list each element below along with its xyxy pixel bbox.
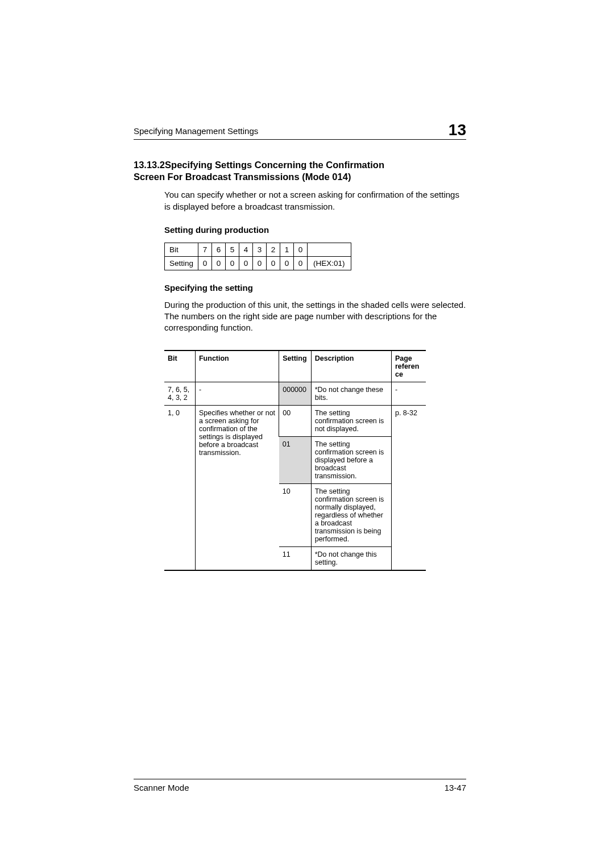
bit-cell: 7 bbox=[198, 243, 212, 256]
bit-hex bbox=[308, 243, 351, 256]
bit-cell: 0 bbox=[294, 243, 308, 256]
bit-cell: 3 bbox=[253, 243, 267, 256]
bit-cell: 0 bbox=[267, 256, 280, 270]
page: Specifying Management Settings 13 13.13.… bbox=[0, 0, 614, 571]
cell-bit: 7, 6, 5, 4, 3, 2 bbox=[164, 382, 195, 405]
cell-setting: 11 bbox=[279, 546, 311, 570]
footer-right: 13-47 bbox=[445, 783, 466, 792]
cell-bit: 1, 0 bbox=[164, 405, 195, 570]
cell-description: *Do not change this setting. bbox=[311, 546, 391, 570]
cell-description: The setting confirmation screen is not d… bbox=[311, 405, 391, 436]
function-table: Bit Function Setting Description Page re… bbox=[164, 350, 426, 571]
subheading-specifying: Specifying the setting bbox=[164, 283, 466, 293]
bit-row-label: Bit bbox=[165, 243, 198, 256]
section-heading: 13.13.2Specifying Settings Concerning th… bbox=[134, 159, 466, 182]
table-header-row: Bit Function Setting Description Page re… bbox=[164, 350, 426, 382]
bit-cell: 0 bbox=[226, 256, 239, 270]
bit-cell: 2 bbox=[267, 243, 280, 256]
bit-hex: (HEX:01) bbox=[308, 256, 351, 270]
footer-left: Scanner Mode bbox=[134, 783, 189, 792]
col-header-page: Page referen ce bbox=[391, 350, 426, 382]
running-head: Specifying Management Settings bbox=[134, 126, 258, 138]
section-title-line2: Screen For Broadcast Transmissions (Mode… bbox=[134, 172, 351, 182]
bit-cell: 0 bbox=[239, 256, 253, 270]
bit-cell: 0 bbox=[253, 256, 267, 270]
bit-cell: 0 bbox=[280, 256, 294, 270]
page-footer: Scanner Mode 13-47 bbox=[134, 779, 466, 792]
section-number: 13.13.2 bbox=[134, 160, 165, 170]
table-row: Setting 0 0 0 0 0 0 0 0 (HEX:01) bbox=[165, 256, 351, 270]
body-paragraph: During the production of this unit, the … bbox=[164, 299, 466, 334]
bit-cell: 0 bbox=[294, 256, 308, 270]
bit-cell: 4 bbox=[239, 243, 253, 256]
cell-description: The setting confirmation screen is norma… bbox=[311, 483, 391, 546]
subheading-production: Setting during production bbox=[164, 225, 466, 235]
cell-description: *Do not change these bits. bbox=[311, 382, 391, 405]
col-header-bit: Bit bbox=[164, 350, 195, 382]
bit-cell: 0 bbox=[198, 256, 212, 270]
chapter-number: 13 bbox=[449, 122, 466, 138]
table-row: 1, 0 Specifies whether or not a screen a… bbox=[164, 405, 426, 436]
cell-setting: 10 bbox=[279, 483, 311, 546]
cell-description: The setting confirmation screen is displ… bbox=[311, 436, 391, 483]
bit-row-label: Setting bbox=[165, 256, 198, 270]
col-header-setting: Setting bbox=[279, 350, 311, 382]
section-title-line1: Specifying Settings Concerning the Confi… bbox=[165, 160, 384, 170]
intro-paragraph: You can specify whether or not a screen … bbox=[164, 189, 466, 212]
cell-function: - bbox=[195, 382, 279, 405]
bit-cell: 1 bbox=[280, 243, 294, 256]
cell-setting: 000000 bbox=[279, 382, 311, 405]
function-table-wrap: Bit Function Setting Description Page re… bbox=[164, 350, 466, 571]
cell-function: Specifies whether or not a screen asking… bbox=[195, 405, 279, 570]
bit-cell: 5 bbox=[226, 243, 239, 256]
cell-setting: 01 bbox=[279, 436, 311, 483]
col-header-description: Description bbox=[311, 350, 391, 382]
bit-cell: 0 bbox=[212, 256, 226, 270]
cell-page: - bbox=[391, 382, 426, 405]
table-row: 7, 6, 5, 4, 3, 2 - 000000 *Do not change… bbox=[164, 382, 426, 405]
bit-table: Bit 7 6 5 4 3 2 1 0 Setting 0 0 0 0 0 0 … bbox=[164, 243, 351, 270]
cell-setting: 00 bbox=[279, 405, 311, 436]
page-header: Specifying Management Settings 13 bbox=[134, 122, 466, 140]
table-row: Bit 7 6 5 4 3 2 1 0 bbox=[165, 243, 351, 256]
bit-cell: 6 bbox=[212, 243, 226, 256]
col-header-function: Function bbox=[195, 350, 279, 382]
cell-page: p. 8-32 bbox=[391, 405, 426, 570]
